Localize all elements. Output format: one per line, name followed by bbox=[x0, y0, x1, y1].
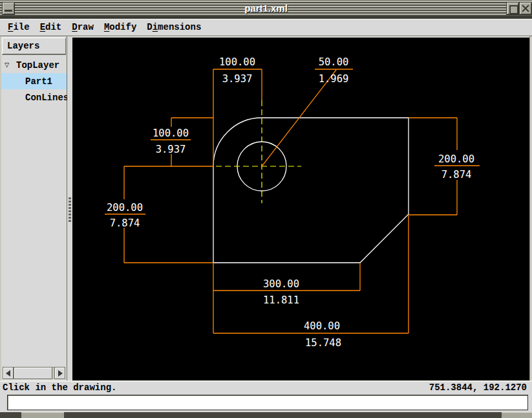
layer-label: Part1 bbox=[25, 76, 52, 87]
dimension-secondary-text: 1.969 bbox=[319, 73, 349, 85]
status-bar: Click in the drawing. 751.3844, 192.1270 bbox=[0, 380, 532, 393]
status-message: Click in the drawing. bbox=[3, 382, 116, 393]
part-outline[interactable] bbox=[213, 118, 409, 263]
dimension-primary-text: 100.00 bbox=[153, 127, 189, 139]
dimension-lines bbox=[213, 215, 409, 333]
right-arrow-icon bbox=[58, 370, 63, 377]
cursor-coordinates: 751.3844, 192.1270 bbox=[429, 382, 527, 393]
dimension-primary-text: 300.00 bbox=[263, 278, 299, 290]
menu-file[interactable]: File bbox=[3, 19, 35, 36]
layer-label: TopLayer bbox=[16, 60, 59, 71]
dimension-bottom-outer-width[interactable]: 400.00 15.748 bbox=[213, 215, 409, 349]
dimension-lines bbox=[105, 166, 213, 263]
menu-modify[interactable]: Modify bbox=[99, 19, 142, 36]
resize-handle[interactable] bbox=[502, 412, 532, 418]
layers-header[interactable]: Layers bbox=[2, 38, 66, 55]
dimension-top-width[interactable]: 100.00 3.937 bbox=[213, 56, 262, 166]
menu-bar: File Edit Draw Modify Dimensions bbox=[0, 19, 532, 36]
menu-edit-post: dit bbox=[45, 22, 61, 32]
menu-dimensions-post: mensions bbox=[158, 22, 201, 32]
dimension-primary-text: 100.00 bbox=[219, 56, 255, 68]
pane-divider[interactable] bbox=[67, 36, 72, 380]
cad-drawing[interactable]: 100.00 3.937 50.00 1.969 100.00 3.937 bbox=[72, 38, 529, 380]
dimension-secondary-text: 3.937 bbox=[156, 144, 186, 155]
menu-dimensions-hotkey: i bbox=[153, 22, 158, 32]
menu-edit-hotkey: E bbox=[40, 22, 45, 32]
menu-edit[interactable]: Edit bbox=[35, 19, 67, 36]
scrollbar-thumb[interactable] bbox=[14, 367, 52, 379]
dimension-bottom-inner-width[interactable]: 300.00 11.811 bbox=[213, 263, 360, 306]
close-button[interactable] bbox=[519, 2, 532, 15]
menu-draw-hotkey: D bbox=[72, 22, 77, 32]
dimension-lines bbox=[409, 118, 480, 215]
layers-panel: Layers ▽ TopLayer Part1 ConLines bbox=[0, 36, 67, 380]
dimension-secondary-text: 3.937 bbox=[222, 73, 253, 85]
window-right-frame bbox=[529, 36, 532, 380]
dimension-secondary-text: 11.811 bbox=[263, 294, 299, 306]
menu-draw-post: raw bbox=[78, 22, 94, 32]
dimension-right-height[interactable]: 200.00 7.874 bbox=[409, 118, 480, 215]
drawing-canvas[interactable]: 100.00 3.937 50.00 1.969 100.00 3.937 bbox=[72, 36, 529, 380]
layer-item-conlines[interactable]: ConLines bbox=[1, 89, 67, 105]
scrollbar-left-button[interactable] bbox=[3, 367, 14, 379]
layer-label: ConLines bbox=[25, 93, 69, 103]
scrollbar-right-button[interactable] bbox=[54, 367, 65, 379]
menu-dimensions[interactable]: Dimensions bbox=[142, 19, 206, 36]
dimension-lower-left-height[interactable]: 200.00 7.874 bbox=[105, 166, 213, 263]
command-input[interactable] bbox=[7, 395, 528, 410]
command-entry-area bbox=[0, 393, 532, 412]
main-area: Layers ▽ TopLayer Part1 ConLines bbox=[0, 36, 532, 380]
menu-modify-post: odify bbox=[109, 22, 136, 32]
layer-item-toplayer[interactable]: ▽ TopLayer bbox=[1, 57, 67, 73]
left-arrow-icon bbox=[6, 370, 10, 377]
dimension-primary-text: 200.00 bbox=[107, 202, 143, 214]
menu-dimensions-pre: D bbox=[147, 22, 152, 32]
dimension-upper-left-height[interactable]: 100.00 3.937 bbox=[124, 118, 213, 166]
resize-handle[interactable] bbox=[21, 412, 64, 418]
expander-triangle-icon[interactable]: ▽ bbox=[1, 60, 16, 70]
app-window: part1.xml File Edit Draw Modify Dimensio… bbox=[0, 0, 532, 418]
dimension-lines bbox=[124, 118, 213, 166]
dimension-secondary-text: 15.748 bbox=[305, 337, 341, 349]
window-bottom-frame[interactable] bbox=[0, 412, 532, 418]
dimension-primary-text: 400.00 bbox=[304, 320, 340, 332]
maximize-icon bbox=[509, 5, 518, 14]
layers-tree: ▽ TopLayer Part1 ConLines bbox=[1, 57, 67, 105]
menu-draw[interactable]: Draw bbox=[67, 19, 99, 36]
layers-horizontal-scrollbar[interactable] bbox=[3, 367, 65, 379]
dimension-primary-text: 200.00 bbox=[438, 153, 474, 165]
dimension-secondary-text: 7.874 bbox=[110, 217, 140, 229]
dimension-primary-text: 50.00 bbox=[319, 56, 349, 68]
menu-file-post: ile bbox=[13, 22, 29, 32]
divider-grip-icon[interactable] bbox=[69, 197, 71, 222]
dimension-hole-radius[interactable]: 50.00 1.969 bbox=[262, 56, 353, 166]
window-title: part1.xml bbox=[0, 3, 532, 14]
maximize-button[interactable] bbox=[506, 2, 519, 15]
title-bar[interactable]: part1.xml bbox=[0, 0, 532, 16]
dimension-secondary-text: 7.874 bbox=[442, 169, 472, 181]
layer-item-part1[interactable]: Part1 bbox=[1, 73, 67, 89]
